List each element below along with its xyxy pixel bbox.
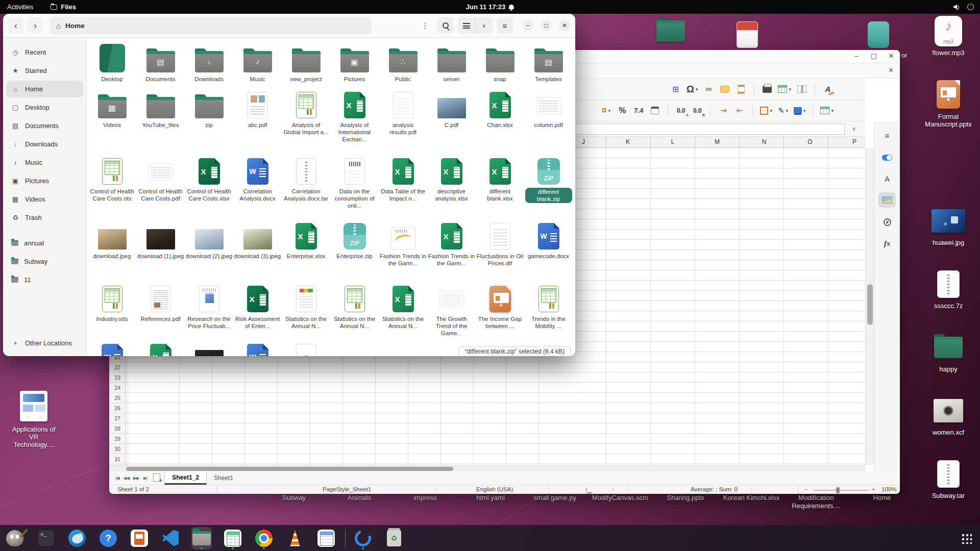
- comment-icon[interactable]: [719, 83, 730, 95]
- file-item[interactable]: W: [88, 343, 136, 356]
- file-item[interactable]: XFashion Trends in the Garm...: [427, 222, 476, 285]
- vertical-scrollbar[interactable]: [865, 148, 874, 465]
- desktop-icon[interactable]: women.xcf: [923, 395, 974, 437]
- search-icon[interactable]: [437, 17, 454, 34]
- dock-item-libreoffice-calc[interactable]: [223, 527, 243, 549]
- horizontal-scrollbar[interactable]: [109, 465, 865, 471]
- row-header-23[interactable]: 23: [109, 372, 126, 383]
- file-item[interactable]: XData Table of the Impact o...: [379, 157, 427, 222]
- column-header-P[interactable]: P: [834, 138, 875, 145]
- file-item[interactable]: C.pdf: [427, 91, 476, 157]
- back-button[interactable]: ‹: [8, 18, 23, 33]
- desktop-icon[interactable]: Subway.tar: [923, 458, 974, 500]
- selection-mode-icon[interactable]: I▁: [585, 486, 592, 493]
- volume-icon[interactable]: [953, 5, 959, 10]
- decrease-indent-icon[interactable]: ⇤: [734, 105, 745, 117]
- row-header-26[interactable]: 26: [109, 403, 126, 413]
- sidebar-item-documents[interactable]: ▤Documents: [6, 117, 83, 134]
- desktop-icon[interactable]: sssccc.7z: [923, 268, 974, 310]
- list-view-icon[interactable]: [458, 17, 475, 34]
- file-item[interactable]: Fluctuations in Oil Prices.dif: [476, 222, 524, 285]
- styles-icon[interactable]: A: [878, 171, 896, 186]
- add-sheet-icon[interactable]: [153, 473, 160, 482]
- sheet-tab-sheet1_2[interactable]: Sheet1_2: [164, 471, 207, 485]
- row-header-24[interactable]: 24: [109, 383, 126, 393]
- sidebar-item-annual[interactable]: annual: [6, 235, 83, 252]
- file-item[interactable]: ♪Music: [233, 45, 282, 91]
- view-toggle[interactable]: ∨: [458, 17, 493, 34]
- zoom-slider[interactable]: [814, 490, 869, 491]
- file-item[interactable]: Industry.ods: [88, 285, 136, 343]
- file-item[interactable]: Research on the Price Fluctuati...: [185, 285, 233, 343]
- dock-item-thunderbird[interactable]: [67, 527, 87, 549]
- zoom-level[interactable]: 100%: [881, 486, 896, 492]
- gallery-icon[interactable]: [878, 192, 896, 208]
- row-header-25[interactable]: 25: [109, 393, 126, 403]
- file-item[interactable]: Correlation Analysis.docx.tar: [282, 157, 330, 222]
- file-item[interactable]: new_project: [282, 45, 330, 91]
- file-item[interactable]: Control of Health Care Costs.pdf: [136, 157, 185, 222]
- file-item[interactable]: ▤Templates: [524, 45, 573, 91]
- file-item[interactable]: zip: [185, 91, 233, 157]
- print-icon[interactable]: [762, 83, 773, 95]
- language[interactable]: English (USA): [476, 486, 513, 492]
- close-toolbar-icon[interactable]: ✕: [888, 66, 894, 74]
- sidebar-item-downloads[interactable]: ↓Downloads: [6, 136, 83, 153]
- row-header-31[interactable]: 31: [109, 454, 126, 464]
- file-item[interactable]: Statistics on the Annual N...: [330, 285, 379, 343]
- file-item[interactable]: ▦Videos: [88, 91, 136, 157]
- show-draw-icon[interactable]: A: [822, 83, 834, 95]
- row-header-29[interactable]: 29: [109, 434, 126, 444]
- sidebar-settings-icon[interactable]: ≡: [878, 128, 896, 143]
- activities-button[interactable]: Activities: [7, 3, 33, 11]
- dock-item-gimp[interactable]: [5, 527, 25, 549]
- desktop-icon[interactable]: happy: [923, 332, 974, 373]
- close-icon[interactable]: ✕: [887, 52, 896, 60]
- dock-item-trash[interactable]: ♻: [384, 527, 404, 549]
- row-header-27[interactable]: 27: [109, 413, 126, 423]
- file-item[interactable]: Trends in the Mobility ...: [524, 285, 573, 343]
- file-item[interactable]: Xdifferent blank.xlsx: [476, 157, 524, 222]
- navigator-icon[interactable]: [878, 214, 896, 230]
- desktop-icon-label[interactable]: Subway: [261, 494, 327, 502]
- sidebar-item-starred[interactable]: ★Starred: [6, 62, 83, 79]
- column-header-O[interactable]: O: [790, 138, 830, 145]
- hidden-desktop-icon[interactable]: [737, 21, 758, 48]
- files-window[interactable]: ‹ › ⌂ Home ⋮ ∨ ≡ – □ ✕ ◷Recent★Starred⌂H…: [3, 14, 575, 356]
- file-item[interactable]: References.pdf: [136, 285, 185, 343]
- file-item[interactable]: ↓Downloads: [185, 45, 233, 91]
- hidden-desktop-icon[interactable]: [656, 20, 685, 42]
- sheet-navigation[interactable]: |◀◀◀▶▶▶|: [109, 471, 152, 485]
- file-item[interactable]: Control of Health Care Costs.ots: [88, 157, 136, 222]
- hscroll-thumb[interactable]: [126, 467, 453, 471]
- menu-icon[interactable]: ≡: [497, 17, 513, 34]
- file-item[interactable]: XEnterprise.xlsx: [282, 222, 330, 285]
- hyperlink-icon[interactable]: ∞: [703, 83, 714, 95]
- desktop-icon-label[interactable]: Korean Kimchi.xlsx: [718, 494, 785, 502]
- sheet-tab-sheet1[interactable]: Sheet1: [207, 471, 240, 485]
- sidebar-item-subway[interactable]: Subway: [6, 253, 83, 270]
- dock-item-terminal[interactable]: >_: [36, 527, 56, 549]
- column-header-N[interactable]: N: [744, 138, 785, 145]
- files-grid[interactable]: Desktop▤Documents↓Downloads♪Musicnew_pro…: [87, 38, 575, 356]
- file-item[interactable]: XStatistics on the Annual N...: [379, 285, 427, 343]
- file-item[interactable]: download (3).jpeg: [233, 222, 282, 285]
- sidebar-item-recent[interactable]: ◷Recent: [6, 44, 83, 61]
- file-item[interactable]: ▤Documents: [136, 45, 185, 91]
- file-item[interactable]: download (2).jpeg: [185, 222, 233, 285]
- file-item[interactable]: ∴Public: [379, 45, 427, 91]
- path-bar[interactable]: ⌂ Home: [50, 17, 372, 34]
- file-item[interactable]: download (1).jpeg: [136, 222, 185, 285]
- column-header-M[interactable]: M: [697, 138, 738, 145]
- zoom-in-icon[interactable]: +: [872, 486, 875, 492]
- add-decimal-icon[interactable]: 0.0+: [675, 105, 687, 117]
- insert-pivot-icon[interactable]: ⊞: [670, 83, 681, 95]
- window-maximize-icon[interactable]: □: [541, 20, 552, 31]
- window-minimize-icon[interactable]: –: [522, 20, 533, 31]
- formula-expand-icon[interactable]: ∨: [852, 126, 856, 132]
- row-header-22[interactable]: 22: [109, 362, 126, 372]
- zoom-out-icon[interactable]: −: [804, 486, 808, 492]
- dock-item-libreoffice-writer[interactable]: [316, 527, 336, 549]
- file-item[interactable]: X: [136, 343, 185, 356]
- number-format-icon[interactable]: 7.4: [633, 105, 644, 117]
